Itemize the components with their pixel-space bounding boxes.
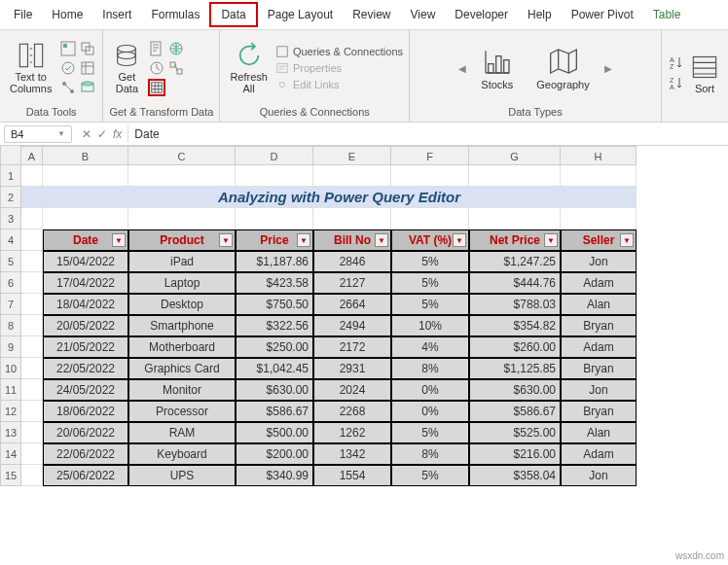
table-cell[interactable]: Bryan [561,358,637,379]
table-cell[interactable]: $500.00 [236,422,313,443]
table-cell[interactable]: 2494 [313,315,391,336]
text-to-columns-button[interactable]: Text to Columns [6,40,55,96]
table-cell[interactable]: Laptop [128,272,236,294]
table-cell[interactable]: $354.82 [469,315,561,336]
flash-fill-button[interactable] [59,40,77,57]
cell[interactable] [21,379,43,401]
cell[interactable] [43,208,128,230]
filter-button[interactable]: ▼ [375,233,388,247]
table-cell[interactable]: 20/06/2022 [43,422,128,443]
table-cell[interactable]: 8% [391,358,469,379]
table-cell[interactable]: $630.00 [469,379,561,401]
tab-formulas[interactable]: Formulas [141,4,209,25]
select-all-corner[interactable] [0,146,21,165]
row-header-4[interactable]: 4 [0,230,21,251]
table-cell[interactable]: $216.00 [469,443,561,465]
cell[interactable] [469,165,561,187]
datatypes-prev[interactable]: ◀ [455,63,469,74]
table-cell[interactable]: 21/05/2022 [43,336,128,358]
table-header[interactable]: VAT (%)▼ [391,230,469,251]
table-cell[interactable]: Adam [561,272,637,294]
table-cell[interactable]: $630.00 [236,379,313,401]
table-cell[interactable]: $444.76 [469,272,561,294]
from-text-button[interactable] [148,40,165,57]
queries-connections-link[interactable]: Queries & Connections [275,45,403,58]
cell[interactable] [21,272,43,294]
consolidate-button[interactable] [79,59,96,77]
table-cell[interactable]: Bryan [561,401,637,422]
table-cell[interactable]: $423.58 [236,272,313,294]
from-web-button[interactable] [167,40,185,57]
table-cell[interactable]: Processor [128,401,236,422]
table-cell[interactable]: 22/06/2022 [43,443,128,465]
row-header-1[interactable]: 1 [0,165,21,187]
data-validation-button[interactable] [59,59,77,77]
cell[interactable] [128,165,236,187]
table-cell[interactable]: Desktop [128,294,236,315]
table-cell[interactable]: $322.56 [236,315,313,336]
tab-home[interactable]: Home [42,4,92,25]
table-cell[interactable]: Keyboard [128,443,236,465]
table-cell[interactable]: 4% [391,336,469,358]
cell[interactable] [21,251,43,272]
table-header[interactable]: Product▼ [128,230,236,251]
table-cell[interactable]: 0% [391,379,469,401]
table-cell[interactable]: Jon [561,465,637,486]
cell[interactable] [236,165,313,187]
table-cell[interactable]: 2172 [313,336,391,358]
row-header-12[interactable]: 12 [0,401,21,422]
table-cell[interactable]: 2846 [313,251,391,272]
cell[interactable] [21,358,43,379]
table-cell[interactable]: 5% [391,251,469,272]
tab-data[interactable]: Data [209,2,257,27]
cell[interactable] [43,165,128,187]
cell[interactable] [21,401,43,422]
remove-duplicates-button[interactable] [79,40,96,57]
table-cell[interactable]: 18/06/2022 [43,401,128,422]
table-cell[interactable]: 5% [391,272,469,294]
existing-connections-button[interactable] [167,59,185,77]
cell[interactable] [21,294,43,315]
col-header-H[interactable]: H [561,146,637,165]
table-cell[interactable]: $750.50 [236,294,313,315]
cell[interactable] [469,208,561,230]
cell[interactable] [21,208,43,230]
row-header-5[interactable]: 5 [0,251,21,272]
cell[interactable] [313,165,391,187]
tab-table[interactable]: Table [643,4,691,25]
table-cell[interactable]: Alan [561,294,637,315]
cell[interactable] [21,315,43,336]
table-cell[interactable]: Jon [561,251,637,272]
tab-page-layout[interactable]: Page Layout [258,4,343,25]
row-header-9[interactable]: 9 [0,336,21,358]
sort-button[interactable]: Sort [687,52,722,96]
cell[interactable] [128,208,236,230]
table-cell[interactable]: 24/05/2022 [43,379,128,401]
recent-sources-button[interactable] [148,59,165,77]
geography-button[interactable]: Geography [528,44,597,92]
table-cell[interactable]: $250.00 [236,336,313,358]
table-cell[interactable]: Smartphone [128,315,236,336]
table-cell[interactable]: $1,042.45 [236,358,313,379]
cell[interactable] [561,208,637,230]
table-header[interactable]: Date▼ [43,230,128,251]
table-cell[interactable]: UPS [128,465,236,486]
formula-input[interactable]: Date [127,125,728,143]
table-cell[interactable]: Motherboard [128,336,236,358]
cell[interactable] [236,208,313,230]
cell[interactable] [21,187,43,208]
table-cell[interactable]: $586.67 [469,401,561,422]
cell[interactable] [391,208,469,230]
table-cell[interactable]: $1,187.86 [236,251,313,272]
tab-power-pivot[interactable]: Power Pivot [562,4,643,25]
table-cell[interactable]: 17/04/2022 [43,272,128,294]
cell[interactable] [21,230,43,251]
table-cell[interactable]: iPad [128,251,236,272]
cancel-formula-icon[interactable]: ✕ [82,127,91,141]
filter-button[interactable]: ▼ [620,233,634,247]
table-cell[interactable]: 2268 [313,401,391,422]
name-box-dropdown-icon[interactable]: ▼ [57,129,65,138]
col-header-F[interactable]: F [391,146,469,165]
table-cell[interactable]: 2931 [313,358,391,379]
tab-help[interactable]: Help [518,4,562,25]
